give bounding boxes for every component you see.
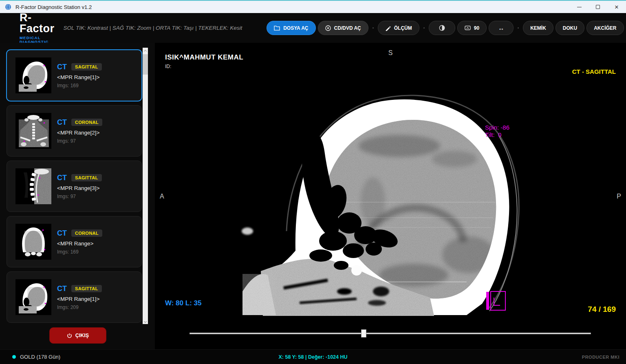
scroll-down-icon[interactable] <box>143 318 148 324</box>
invert-contrast-button[interactable] <box>429 21 455 35</box>
exit-label: ÇIKIŞ <box>75 333 89 338</box>
bone-label: KEMİK <box>530 25 546 31</box>
series-meta: CT SAGITTAL <MPR Range[3]> Imgs: 97 <box>57 174 102 199</box>
series-modality: CT <box>57 63 67 71</box>
brand-name: R-Factor <box>20 12 55 34</box>
roi-annotation <box>486 291 506 311</box>
series-meta: CT SAGITTAL <MPR Range[1]> Imgs: 209 <box>57 285 102 310</box>
series-modality: CT <box>57 285 67 293</box>
flip-horizontal-icon: ↔ <box>498 24 504 31</box>
scroll-up-icon[interactable] <box>143 48 148 53</box>
slice-slider-track[interactable] <box>190 333 591 334</box>
bone-window-button[interactable]: KEMİK <box>523 21 553 35</box>
series-card[interactable]: CT SAGITTAL <MPR Range[1]> Imgs: 169 <box>7 50 142 101</box>
rotate-90-button[interactable]: 90 <box>457 21 487 35</box>
patient-id: ID: <box>165 64 171 69</box>
exit-button[interactable]: ÇIKIŞ <box>49 327 106 344</box>
series-modality: CT <box>57 229 67 238</box>
series-modality: CT <box>57 174 67 182</box>
status-bar: X: 58 Y: 58 | Değer: -1024 HU GOLD (178 … <box>0 349 626 364</box>
title-bar: R-Factor Diagnostic Station v1.2 ✕ <box>0 0 626 13</box>
scrollbar-thumb[interactable] <box>143 54 148 75</box>
rotate-icon <box>465 25 471 31</box>
brand-logo: R-Factor MEDICAL DIAGNOSTIC <box>20 12 55 44</box>
close-button[interactable]: ✕ <box>607 1 626 13</box>
spin-tilt-readout: Spin: -86 Tilt: 0 <box>485 124 509 139</box>
lung-window-button[interactable]: AKCİĞER <box>586 21 624 35</box>
series-range: <MPR Range[1]> <box>57 296 102 302</box>
open-file-label: DOSYA AÇ <box>283 25 308 31</box>
series-thumbnail <box>15 279 51 315</box>
minimize-button[interactable] <box>570 1 589 13</box>
slice-slider[interactable] <box>190 329 591 338</box>
toolbar: DOSYA AÇ CD/DVD AÇ ÖLÇÜM <box>267 20 626 37</box>
measure-button[interactable]: ÖLÇÜM <box>378 21 419 35</box>
mouse-hint-text: SOL TIK: Kontrast | SAĞ TIK: Zoom | ORTA… <box>64 25 242 31</box>
sidebar-scrollbar[interactable] <box>143 48 148 324</box>
window-level-readout: W: 80 L: 35 <box>165 299 201 307</box>
open-cd-label: CD/DVD AÇ <box>334 25 361 31</box>
series-card[interactable]: CT SAGITTAL <MPR Range[3]> Imgs: 97 <box>7 161 142 212</box>
series-thumbnail <box>15 57 51 93</box>
slice-slider-thumb[interactable] <box>361 329 366 338</box>
window-title: R-Factor Diagnostic Station v1.2 <box>15 4 92 10</box>
maximize-button[interactable] <box>589 1 607 13</box>
series-range: <MPR Range> <box>57 240 102 247</box>
series-modality: CT <box>57 118 67 127</box>
series-label: CT - SAGITTAL <box>572 68 616 75</box>
series-meta: CT SAGITTAL <MPR Range[1]> Imgs: 169 <box>57 63 102 88</box>
open-cd-button[interactable]: CD/DVD AÇ <box>318 21 368 35</box>
roi-bar <box>486 292 489 310</box>
series-image-count: Imgs: 97 <box>57 138 102 144</box>
series-card[interactable]: CT SAGITTAL <MPR Range[1]> Imgs: 209 <box>7 271 142 323</box>
header: R-Factor MEDICAL DIAGNOSTIC SOL TIK: Kon… <box>0 13 626 43</box>
toolbar-separator <box>373 27 374 29</box>
slice-counter: 74 / 169 <box>588 305 616 314</box>
series-list: CT SAGITTAL <MPR Range[1]> Imgs: 169 CT … <box>7 50 142 327</box>
series-meta: CT CORONAL <MPR Range> Imgs: 169 <box>57 229 102 255</box>
disc-icon <box>325 25 331 31</box>
orientation-posterior: P <box>617 193 621 200</box>
series-plane-badge: CORONAL <box>71 119 102 126</box>
series-plane-badge: CORONAL <box>71 229 102 237</box>
series-plane-badge: SAGITTAL <box>71 174 102 181</box>
series-card[interactable]: CT CORONAL <MPR Range> Imgs: 169 <box>7 216 142 267</box>
roi-left-marker <box>494 298 500 306</box>
series-meta: CT CORONAL <MPR Range[2]> Imgs: 97 <box>57 118 102 144</box>
series-image-count: Imgs: 209 <box>57 304 102 310</box>
ct-sagittal-image <box>238 79 524 316</box>
series-range: <MPR Range[3]> <box>57 185 102 191</box>
series-card[interactable]: CT CORONAL <MPR Range[2]> Imgs: 97 <box>7 105 142 157</box>
orientation-superior: S <box>155 49 626 57</box>
rotate-90-label: 90 <box>474 25 479 31</box>
series-thumbnail <box>15 168 51 204</box>
series-plane-badge: SAGITTAL <box>71 63 102 71</box>
series-image-count: Imgs: 169 <box>57 249 102 255</box>
folder-icon <box>274 25 280 31</box>
series-sidebar: CT SAGITTAL <MPR Range[1]> Imgs: 169 CT … <box>0 43 155 349</box>
cursor-info: X: 58 Y: 58 | Değer: -1024 HU <box>0 354 626 360</box>
flip-horizontal-button[interactable]: ↔ <box>489 21 514 35</box>
open-file-button[interactable]: DOSYA AÇ <box>267 21 315 35</box>
tissue-window-button[interactable]: DOKU <box>555 21 584 35</box>
contrast-icon <box>439 25 445 31</box>
pencil-icon <box>385 25 391 31</box>
toolbar-separator <box>518 27 519 29</box>
series-thumbnail <box>15 113 51 149</box>
series-image-count: Imgs: 169 <box>57 83 102 88</box>
series-thumbnail <box>15 224 51 260</box>
series-image-count: Imgs: 97 <box>57 194 102 199</box>
series-plane-badge: SAGITTAL <box>71 285 102 292</box>
viewer-canvas[interactable]: ISIK^MAHMUT KEMAL ID: S A P CT - SAGITTA… <box>155 43 626 349</box>
app-icon <box>5 4 11 10</box>
measure-label: ÖLÇÜM <box>394 25 412 31</box>
tissue-label: DOKU <box>563 25 577 31</box>
power-icon <box>67 333 72 338</box>
toolbar-separator <box>423 27 425 29</box>
lung-label: AKCİĞER <box>594 25 616 31</box>
series-range: <MPR Range[1]> <box>57 74 102 80</box>
series-range: <MPR Range[2]> <box>57 130 102 136</box>
orientation-anterior: A <box>160 193 164 200</box>
